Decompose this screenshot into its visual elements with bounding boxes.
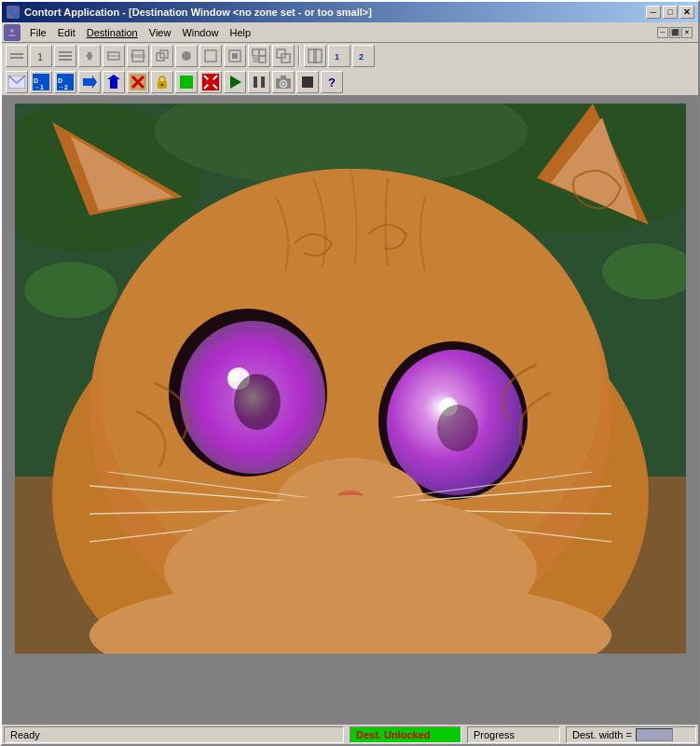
svg-rect-29 bbox=[309, 49, 316, 62]
status-ready: Ready bbox=[4, 726, 344, 743]
image-canvas-area bbox=[2, 96, 698, 724]
svg-rect-53 bbox=[254, 76, 257, 88]
status-dest-unlocked: Dest. Unlocked bbox=[350, 726, 461, 743]
svg-text:→2: →2 bbox=[58, 84, 68, 90]
tb-green-square-button[interactable] bbox=[175, 71, 198, 93]
svg-text:D: D bbox=[34, 77, 38, 84]
tb-tool-12[interactable] bbox=[272, 45, 295, 67]
tb-camera-button[interactable] bbox=[272, 71, 295, 93]
status-dest-width-text: Dest. width = bbox=[572, 729, 632, 740]
toolbar-row-2: D→1 D→2 bbox=[2, 69, 698, 95]
svg-point-96 bbox=[24, 262, 117, 318]
menu-destination[interactable]: Destination bbox=[81, 25, 144, 40]
tb-tool-2[interactable]: 1 bbox=[30, 45, 52, 67]
svg-rect-47 bbox=[180, 76, 193, 89]
svg-rect-7 bbox=[59, 51, 72, 53]
tb-email-button[interactable] bbox=[6, 71, 28, 93]
svg-rect-5 bbox=[10, 57, 23, 59]
svg-rect-51 bbox=[208, 79, 213, 85]
minimize-button[interactable]: ─ bbox=[646, 6, 661, 19]
tb-help-button[interactable]: ? bbox=[321, 71, 343, 93]
svg-text:🐾: 🐾 bbox=[7, 7, 20, 19]
tb-tool-10[interactable] bbox=[224, 45, 246, 67]
svg-point-3 bbox=[10, 29, 14, 33]
svg-rect-54 bbox=[261, 76, 265, 88]
app-menu-icon bbox=[4, 24, 21, 41]
inner-minimize[interactable]: ─ bbox=[657, 27, 668, 38]
menu-bar: File Edit Destination View Window Help ─… bbox=[2, 22, 698, 43]
tb-stop-button[interactable] bbox=[296, 71, 319, 93]
svg-rect-59 bbox=[302, 76, 313, 88]
toolbar-row-1: 1 bbox=[2, 43, 698, 69]
svg-point-46 bbox=[161, 84, 164, 87]
svg-point-79 bbox=[234, 374, 281, 430]
svg-marker-41 bbox=[107, 75, 120, 89]
svg-rect-20 bbox=[205, 50, 216, 62]
app-icon: 🐾 bbox=[6, 5, 21, 20]
svg-text:D: D bbox=[58, 77, 62, 84]
svg-point-19 bbox=[182, 51, 191, 61]
menu-view[interactable]: View bbox=[144, 25, 177, 40]
inner-restore[interactable]: ⬛ bbox=[669, 27, 680, 38]
svg-marker-52 bbox=[230, 76, 241, 89]
window-title: Contort Application - [Destination Windo… bbox=[24, 7, 646, 18]
svg-text:→1: →1 bbox=[34, 84, 44, 90]
tb-d2-button[interactable]: D→2 bbox=[54, 71, 76, 93]
svg-marker-40 bbox=[83, 76, 97, 89]
tb-x-mark-button[interactable] bbox=[127, 71, 149, 93]
tb-tool-11[interactable] bbox=[248, 45, 270, 67]
destination-image bbox=[15, 104, 686, 654]
status-ready-text: Ready bbox=[10, 729, 40, 740]
tb-arrow-right-button[interactable] bbox=[78, 71, 101, 93]
menu-help[interactable]: Help bbox=[225, 25, 257, 40]
svg-rect-14 bbox=[132, 50, 144, 62]
tb-tool-1[interactable] bbox=[6, 45, 28, 67]
svg-rect-8 bbox=[59, 55, 72, 57]
tb-tool-5[interactable] bbox=[103, 45, 125, 67]
menu-window[interactable]: Window bbox=[176, 25, 224, 40]
main-window: 🐾 Contort Application - [Destination Win… bbox=[0, 0, 700, 746]
svg-rect-56 bbox=[281, 76, 286, 79]
menu-edit[interactable]: Edit bbox=[52, 25, 81, 40]
svg-rect-23 bbox=[253, 49, 259, 56]
tb-pause-button[interactable] bbox=[248, 71, 270, 93]
restore-button[interactable]: □ bbox=[663, 6, 678, 19]
tb-tool-8[interactable] bbox=[175, 45, 198, 67]
status-progress-text: Progress bbox=[474, 729, 515, 740]
tb-red-bow-button[interactable] bbox=[199, 71, 222, 93]
status-dest-unlocked-text: Dest. Unlocked bbox=[356, 729, 430, 740]
svg-text:2: 2 bbox=[359, 52, 364, 62]
tb-tool-4[interactable] bbox=[78, 45, 101, 67]
cat-svg bbox=[15, 104, 686, 654]
inner-window-controls: ─ ⬛ ✕ bbox=[657, 27, 696, 38]
svg-point-58 bbox=[282, 83, 285, 86]
svg-text:1: 1 bbox=[37, 51, 43, 62]
tb-tool-3[interactable] bbox=[54, 45, 76, 67]
tb-tool-15[interactable]: 2 bbox=[352, 45, 375, 67]
status-bar: Ready Dest. Unlocked Progress Dest. widt… bbox=[2, 724, 698, 744]
svg-rect-22 bbox=[232, 53, 238, 59]
tb-play-button[interactable] bbox=[224, 71, 246, 93]
status-dest-width-value bbox=[636, 728, 673, 741]
title-bar-buttons: ─ □ ✕ bbox=[646, 6, 694, 19]
menu-file[interactable]: File bbox=[24, 25, 52, 40]
inner-close[interactable]: ✕ bbox=[681, 27, 693, 38]
tb-tool-13[interactable] bbox=[304, 45, 326, 67]
svg-rect-4 bbox=[10, 53, 23, 55]
svg-text:?: ? bbox=[328, 76, 336, 90]
title-bar: 🐾 Contort Application - [Destination Win… bbox=[2, 2, 698, 22]
tb-lock-button[interactable] bbox=[151, 71, 173, 93]
tb-arrow-up-button[interactable] bbox=[103, 71, 125, 93]
svg-rect-26 bbox=[259, 56, 266, 62]
close-button[interactable]: ✕ bbox=[679, 6, 694, 19]
tb-tool-14[interactable]: 1 bbox=[328, 45, 350, 67]
status-progress: Progress bbox=[467, 726, 560, 743]
tb-tool-6[interactable] bbox=[127, 45, 149, 67]
tb-tool-7[interactable] bbox=[151, 45, 173, 67]
tb-tool-9[interactable] bbox=[199, 45, 222, 67]
svg-rect-24 bbox=[259, 49, 266, 56]
svg-rect-30 bbox=[314, 49, 322, 62]
tb-d1-button[interactable]: D→1 bbox=[30, 71, 52, 93]
svg-rect-25 bbox=[253, 56, 259, 62]
svg-text:1: 1 bbox=[335, 52, 339, 62]
